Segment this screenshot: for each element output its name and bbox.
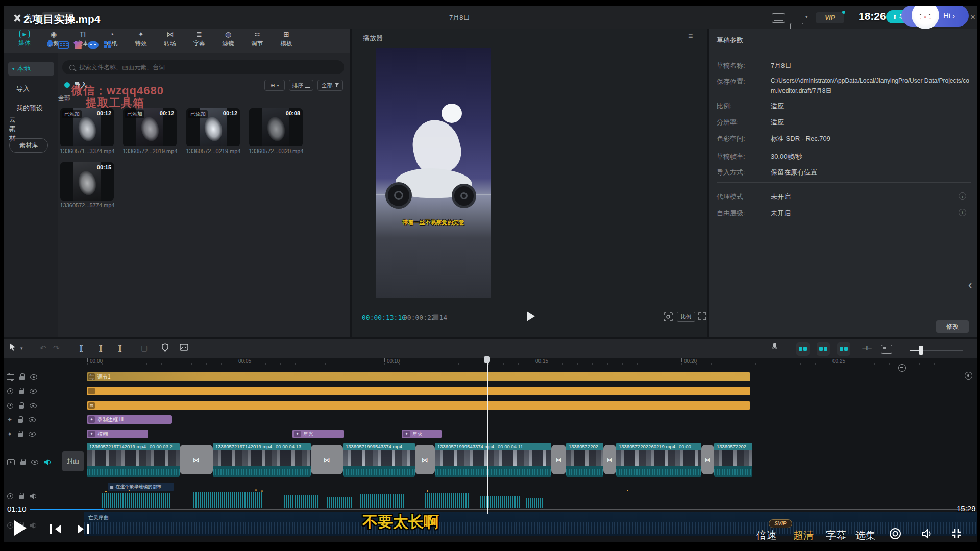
sidebar-item-cloud[interactable]: ▸ 云素材 [9, 127, 12, 132]
transition-block[interactable]: ⋈ [180, 445, 213, 474]
audio-waveform[interactable] [526, 498, 544, 508]
seek-bar[interactable] [30, 509, 975, 510]
trim-left-icon[interactable]: ][ [99, 344, 102, 352]
effect-clip[interactable]: ✦模糊 [87, 430, 148, 438]
quality-menu[interactable]: 超清 [793, 529, 814, 542]
visibility-icon[interactable] [29, 417, 36, 422]
tab-sticker[interactable]: ◔贴纸 [97, 30, 126, 52]
music-mute-icon[interactable] [30, 522, 36, 529]
filter-button[interactable]: 全部 [317, 80, 343, 91]
sidebar-item-import[interactable]: 导入 [16, 84, 30, 93]
media-clip-thumb[interactable]: 已添加 00:12 [123, 108, 177, 146]
transition-block[interactable]: ⋈ [701, 445, 714, 474]
ime-emoji-icon[interactable] [88, 41, 99, 49]
tab-captions[interactable]: ≣字幕 [185, 30, 213, 52]
collapse-panel-icon[interactable]: ‹ [968, 279, 972, 292]
video-clip[interactable]: 13360572167142019.mp400:00:04:13 [213, 443, 311, 477]
cover-button[interactable]: 封面 [62, 451, 84, 471]
split-track-icon[interactable]: ⊣⊢ [862, 345, 872, 352]
tool-caret-icon[interactable]: ▾ [20, 346, 23, 351]
shortcut-keys-icon[interactable] [772, 13, 785, 23]
lock-icon[interactable] [19, 495, 24, 499]
audio-waveform[interactable] [102, 493, 172, 508]
lock-icon[interactable] [20, 461, 26, 465]
transition-block[interactable]: ⋈ [415, 445, 435, 474]
tab-effects[interactable]: ✦特效 [127, 30, 155, 52]
sidebar-item-presets[interactable]: 我的预设 [16, 104, 43, 113]
tab-media[interactable]: ▶媒体 [10, 30, 39, 52]
freeze-shield-icon[interactable] [161, 343, 169, 354]
sort-button[interactable]: 排序 [289, 80, 313, 91]
search-input[interactable]: 搜索文件名称、画面元素、台词 [62, 60, 344, 74]
record-ring-icon[interactable] [889, 528, 901, 542]
video-clip[interactable]: 13360572167142019.mp400:00:03:2 [87, 443, 180, 477]
trim-right-icon[interactable]: ][ [118, 344, 121, 352]
visibility-icon[interactable] [30, 374, 37, 380]
audio-mute-icon[interactable] [30, 493, 36, 499]
undo-icon[interactable]: ↶ [40, 344, 46, 353]
audio-waveform[interactable] [480, 496, 521, 508]
exit-fullscreen-icon[interactable] [950, 528, 963, 542]
playhead-handle[interactable] [484, 356, 490, 363]
video-clip[interactable]: 13360571999543374.mp400:00:04:11 [435, 443, 551, 477]
audio-waveform[interactable] [360, 494, 405, 508]
lock-icon[interactable] [18, 433, 23, 437]
volume-icon[interactable] [921, 528, 934, 542]
media-clip-thumb[interactable]: 已添加 00:12 [60, 108, 114, 146]
close-icon[interactable]: × [970, 12, 975, 22]
filter-clip[interactable]: ~ [87, 387, 750, 395]
cover-settings-icon[interactable] [881, 345, 892, 354]
tab-filters[interactable]: ◍滤镜 [214, 30, 242, 52]
effect-clip[interactable]: ✦录制边框 III [87, 415, 172, 424]
preview-axis-toggle-icon[interactable] [837, 342, 850, 356]
layout-caret-icon[interactable]: ▾ [805, 14, 808, 19]
visibility-icon[interactable] [29, 432, 36, 437]
greeting[interactable]: Hi› [943, 11, 955, 20]
modify-button[interactable]: 修改 [936, 320, 969, 333]
split-icon[interactable]: ][ [80, 344, 82, 352]
playhead-line[interactable] [487, 357, 488, 514]
filter-clip[interactable]: ▨ [87, 401, 750, 410]
transition-block[interactable]: ⋈ [311, 445, 343, 474]
snap-toggle-icon[interactable] [796, 342, 810, 356]
player-menu-icon[interactable]: ≡ [688, 32, 693, 41]
transition-block[interactable]: ⋈ [551, 445, 566, 474]
captions-menu[interactable]: 字幕 [826, 529, 846, 542]
info-icon[interactable]: i [959, 209, 966, 216]
visibility-icon[interactable] [31, 460, 38, 465]
video-clip[interactable]: 13360572202260219.mp400:00 [616, 443, 701, 477]
info-icon[interactable]: i [959, 192, 966, 200]
play-button[interactable] [527, 311, 535, 321]
episodes-menu[interactable]: 选集 [855, 529, 876, 542]
fullscreen-icon[interactable] [698, 312, 706, 322]
media-clip-thumb[interactable]: 00:15 [60, 162, 114, 201]
frame-grid-icon[interactable]: ▦ [433, 313, 439, 320]
link-toggle-icon[interactable] [817, 342, 830, 356]
audio-waveform[interactable] [425, 493, 470, 508]
media-clip-thumb[interactable]: 已添加 00:12 [186, 108, 240, 146]
tab-adjust[interactable]: ≍调节 [243, 30, 272, 52]
select-tool-icon[interactable] [9, 343, 16, 354]
view-mode-button[interactable]: ⊞ ▾ [264, 80, 285, 91]
delete-icon[interactable]: ▢ [141, 344, 148, 352]
video-clip[interactable]: 13360572202 [714, 443, 752, 477]
vip-badge[interactable]: VIP [816, 12, 844, 23]
visibility-icon[interactable] [30, 389, 37, 394]
speed-menu[interactable]: 倍速 [756, 529, 777, 542]
tab-template[interactable]: ⊞模板 [272, 30, 301, 52]
matting-image-icon[interactable] [180, 344, 188, 354]
video-clip[interactable]: 13360572202 [566, 443, 603, 477]
sidebar-item-library[interactable]: 素材库 [9, 138, 48, 153]
next-button[interactable] [78, 524, 89, 534]
redo-icon[interactable]: ↷ [53, 344, 60, 353]
lock-icon[interactable] [19, 376, 24, 380]
lock-icon[interactable] [18, 419, 23, 423]
zoom-slider-handle[interactable] [919, 346, 923, 355]
effect-clip[interactable]: ✦星火 [402, 430, 442, 438]
sidebar-item-local[interactable]: ▾ 本地 [8, 62, 54, 76]
ime-keyboard-icon[interactable] [58, 41, 69, 49]
prev-button[interactable] [50, 524, 61, 534]
text-clip[interactable]: ▦ 在这个繁华璀璨的都市... [108, 483, 174, 491]
focus-icon[interactable] [664, 312, 673, 323]
transition-block[interactable]: ⋈ [603, 445, 616, 474]
